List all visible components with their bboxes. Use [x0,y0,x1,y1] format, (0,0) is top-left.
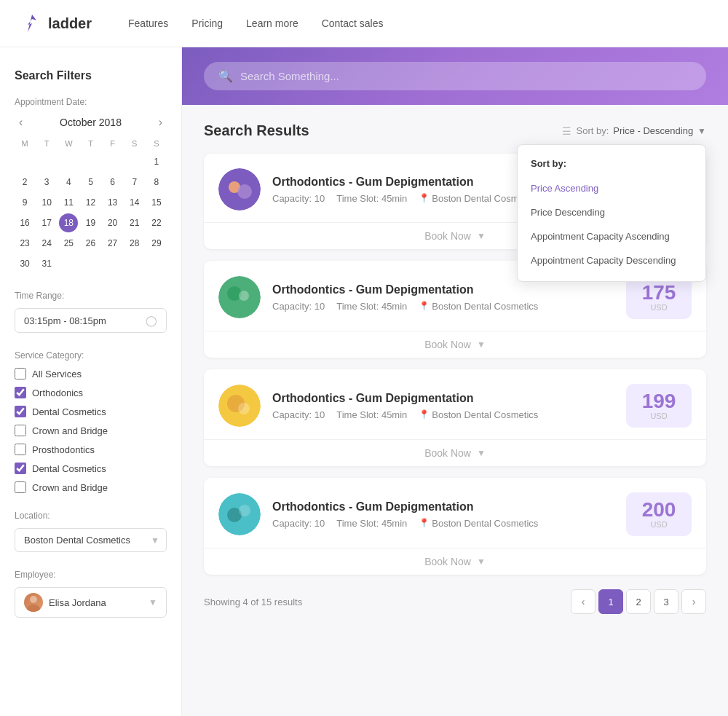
cal-day[interactable]: 1 [147,152,166,171]
category-checkbox[interactable] [15,425,26,436]
logo[interactable]: ladder [22,13,92,34]
page-2-button[interactable]: 2 [626,589,651,614]
cal-day[interactable]: 12 [81,193,100,212]
filter-icon: ☰ [562,125,571,137]
cal-day[interactable]: 5 [81,173,100,192]
result-card: Orthodontics - Gum DepigmentationCapacit… [204,369,706,466]
svg-point-2 [27,605,40,612]
employee-select[interactable]: Elisa Jordana ▼ [15,587,167,618]
search-bar: 🔍 [182,47,728,105]
sort-option-capacity-desc[interactable]: Appointment Capacity Descending [518,248,705,272]
nav-pricing[interactable]: Pricing [191,17,223,29]
cal-day[interactable]: 29 [147,234,166,253]
cal-day[interactable]: 6 [103,173,122,192]
cal-day[interactable]: 10 [37,193,56,212]
category-checkbox[interactable] [15,463,26,474]
cal-day[interactable]: 20 [103,213,122,232]
category-checkbox[interactable] [15,368,26,379]
cal-day[interactable]: 31 [37,254,56,273]
book-now-bar[interactable]: Book Now▼ [204,548,706,575]
cal-day[interactable]: 13 [103,193,122,212]
main-layout: Search Filters Appointment Date: ‹ Octob… [0,47,728,716]
price-amount: 199 [639,391,678,412]
cal-day[interactable]: 18 [59,213,78,232]
sort-option-price-asc[interactable]: Price Ascending [518,176,705,200]
cal-day[interactable]: 22 [147,213,166,232]
service-capacity: Capacity: 10 [272,518,325,529]
time-range-input[interactable]: 03:15pm - 08:15pm ◯ [15,308,167,333]
book-now-arrow-icon: ▼ [477,231,486,241]
cal-day[interactable]: 15 [147,193,166,212]
book-now-label: Book Now [424,230,471,242]
cal-day[interactable]: 26 [81,234,100,253]
sort-option-price-desc[interactable]: Price Descending [518,200,705,224]
book-now-arrow-icon: ▼ [477,556,486,567]
cal-day[interactable]: 7 [125,173,144,192]
sort-option-capacity-asc[interactable]: Appointment Capacity Ascending [518,224,705,248]
cal-day[interactable]: 9 [15,193,34,212]
sidebar-title: Search Filters [15,69,167,82]
cal-day[interactable]: 11 [59,193,78,212]
cal-day[interactable]: 2 [15,173,34,192]
cal-month: October 2018 [60,117,122,128]
category-checkbox[interactable] [15,387,26,398]
page-1-button[interactable]: 1 [598,589,623,614]
category-checkbox[interactable] [15,406,26,417]
category-checkbox[interactable] [15,444,26,455]
appointment-date-section: Appointment Date: ‹ October 2018 › MTWTF… [15,97,167,273]
nav-features[interactable]: Features [128,17,168,29]
cal-day[interactable]: 30 [15,254,34,273]
category-item[interactable]: Dental Cosmetics [15,406,167,417]
location-pin-icon: 📍 [419,193,430,203]
nav-learn-more[interactable]: Learn more [246,17,298,29]
cal-day-name: W [58,136,79,151]
page-3-button[interactable]: 3 [654,589,678,614]
cal-day[interactable]: 17 [37,213,56,232]
location-select[interactable]: Boston Dental Cosmetics [15,528,167,552]
price-currency: usd [639,520,678,529]
cal-day[interactable]: 19 [81,213,100,232]
cal-day[interactable]: 28 [125,234,144,253]
category-item[interactable]: Orthodonics [15,387,167,398]
calendar: ‹ October 2018 › MTWTFSS1234567891011121… [15,114,167,273]
search-input-wrapper[interactable]: 🔍 [204,62,706,90]
category-checkbox[interactable] [15,481,26,493]
page-next-button[interactable]: › [681,589,706,614]
book-now-label: Book Now [424,556,471,567]
results-area: Search Results ☰ Sort by: Price - Descen… [182,105,728,716]
service-meta: Capacity: 10Time Slot: 45min📍Boston Dent… [272,518,614,529]
cal-day[interactable]: 4 [59,173,78,192]
nav-contact[interactable]: Contact sales [322,17,384,29]
category-item[interactable]: All Services [15,368,167,379]
cal-prev-button[interactable]: ‹ [15,114,27,130]
cal-day[interactable]: 23 [15,234,34,253]
category-label: Crown and Bridge [32,425,108,436]
cal-day[interactable]: 24 [37,234,56,253]
category-item[interactable]: Prosthodontics [15,444,167,455]
service-location: 📍Boston Dental Cosmetics [419,301,538,312]
employee-label: Employee: [15,570,167,580]
service-time-slot: Time Slot: 45min [336,518,407,529]
book-now-bar[interactable]: Book Now▼ [204,331,706,358]
cal-day[interactable]: 27 [103,234,122,253]
book-now-bar[interactable]: Book Now▼ [204,439,706,466]
service-name: Orthodontics - Gum Depigmentation [272,500,614,514]
cal-day[interactable]: 14 [125,193,144,212]
cal-day-name: M [15,136,35,151]
category-item[interactable]: Crown and Bridge [15,481,167,493]
search-input[interactable] [240,70,692,82]
cal-next-button[interactable]: › [154,114,167,130]
svg-point-14 [239,505,250,516]
cal-day[interactable]: 21 [125,213,144,232]
cal-day[interactable]: 3 [37,173,56,192]
pagination-bar: Showing 4 of 15 results ‹ 1 2 3 › [204,589,706,614]
category-item[interactable]: Crown and Bridge [15,425,167,436]
page-prev-button[interactable]: ‹ [571,589,596,614]
sort-control[interactable]: ☰ Sort by: Price - Descending ▼ [562,125,706,137]
cal-day[interactable]: 16 [15,213,34,232]
cal-day[interactable]: 8 [147,173,166,192]
cal-day[interactable]: 25 [59,234,78,253]
price-currency: usd [639,303,678,312]
category-item[interactable]: Dental Cosmetics [15,463,167,474]
location-label: Location: [15,511,167,521]
